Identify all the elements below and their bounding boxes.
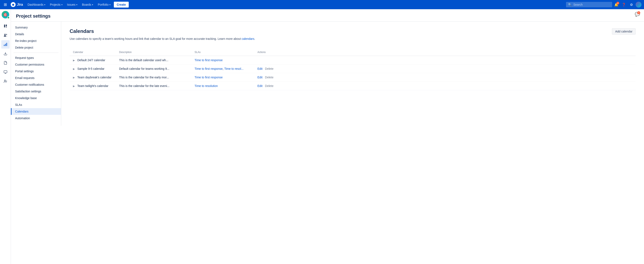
nav-icons: 🔔 4 ❓ ⚙: [613, 1, 642, 8]
cell-actions-1: [254, 56, 636, 64]
left-icon-chart[interactable]: [1, 40, 10, 49]
chat-icon-container: 💬 4: [634, 11, 641, 17]
sidebar-item-satisfaction-settings[interactable]: Satisfaction settings: [11, 88, 61, 95]
page-title: Project settings: [16, 13, 50, 19]
left-icon-people[interactable]: [1, 31, 10, 39]
cell-actions-4: Edit Delete: [254, 82, 636, 90]
sla-link-2-2[interactable]: Time to resol...: [224, 67, 244, 70]
cell-calendar-3: ▶ Team daybreak's calendar: [70, 73, 116, 82]
cell-slas-2: Time to first response, Time to resol...: [191, 64, 254, 73]
cell-actions-2: Edit Delete: [254, 64, 636, 73]
table-header: Calendar Description SLAs Actions: [70, 49, 636, 56]
table-row: ▶ Team twilight's calendar This is the c…: [70, 82, 636, 90]
cell-description-2: Default calendar for teams working 9...: [116, 64, 191, 73]
nav-projects[interactable]: Projects ▾: [48, 2, 64, 7]
cell-slas-1: Time to first response: [191, 56, 254, 64]
cell-calendar-2: ▶ Sample 9-5 calendar: [70, 64, 116, 73]
search-input[interactable]: [573, 3, 610, 6]
svg-rect-2: [6, 27, 7, 27]
sidebar-item-summary[interactable]: Summary: [11, 24, 61, 31]
sidebar-item-customer-notifications[interactable]: Customer notifications: [11, 81, 61, 88]
sla-link-2-1[interactable]: Time to first response: [194, 67, 223, 70]
edit-button-4[interactable]: Edit: [258, 84, 262, 88]
svg-rect-7: [6, 43, 7, 46]
add-calendar-button[interactable]: Add calendar: [612, 28, 636, 34]
help-button[interactable]: ❓: [620, 1, 627, 8]
sidebar-item-calendars[interactable]: Calendars: [11, 108, 61, 115]
left-icon-users-add[interactable]: [1, 77, 10, 85]
search-icon: 🔍: [568, 3, 572, 6]
sidebar-item-customer-permissions[interactable]: Customer permissions: [11, 61, 61, 68]
search-bar[interactable]: 🔍: [566, 2, 612, 7]
edit-button-2[interactable]: Edit: [258, 67, 262, 70]
create-button[interactable]: Create: [114, 2, 129, 7]
expand-icon[interactable]: ▶: [73, 76, 75, 79]
logo-text: Jira: [17, 3, 23, 6]
sla-link-4-1[interactable]: Time to resolution: [194, 84, 218, 88]
project-avatar[interactable]: 🎯: [2, 11, 9, 18]
user-avatar[interactable]: [636, 2, 642, 7]
sidebar-item-email-requests[interactable]: Email requests: [11, 75, 61, 81]
left-icon-download[interactable]: [1, 49, 10, 58]
chevron-down-icon: ▾: [92, 3, 93, 6]
left-icon-monitor[interactable]: [1, 68, 10, 76]
sidebar-item-knowledge-base[interactable]: Knowledge base: [11, 95, 61, 101]
sidebar-item-automation[interactable]: Automation: [11, 115, 61, 122]
sidebar-item-delete[interactable]: Delete project: [11, 44, 61, 51]
expand-icon[interactable]: ▶: [73, 67, 75, 70]
jira-logo[interactable]: Jira: [9, 2, 24, 7]
cell-slas-3: Time to first response: [191, 73, 254, 82]
svg-point-4: [6, 34, 7, 35]
calendars-link[interactable]: calendars: [242, 37, 254, 40]
svg-rect-9: [4, 71, 7, 73]
sidebar-section-main: Summary Details Re-index project Delete …: [11, 24, 61, 122]
col-header-calendar: Calendar: [70, 49, 116, 56]
chevron-down-icon: ▾: [62, 3, 62, 6]
cell-calendar-4: ▶ Team twilight's calendar: [70, 82, 116, 90]
content-header: Calendars Use calendars to specify a tea…: [70, 28, 636, 46]
sidebar-item-details[interactable]: Details: [11, 31, 61, 37]
left-icon-sidebar: 🎯: [0, 9, 11, 264]
notification-badge: 4: [616, 2, 619, 4]
chevron-down-icon: ▾: [76, 3, 77, 6]
sidebar-item-portal-settings[interactable]: Portal settings: [11, 68, 61, 75]
delete-button-2[interactable]: Delete: [265, 67, 273, 70]
col-header-slas: SLAs: [191, 49, 254, 56]
sla-link-1-1[interactable]: Time to first response: [194, 58, 223, 62]
cell-slas-4: Time to resolution: [191, 82, 254, 90]
grid-icon[interactable]: ⊞: [2, 1, 8, 8]
sla-link-3-1[interactable]: Time to first response: [194, 76, 223, 79]
avatar-status-badge: [7, 16, 10, 19]
table-row: ▶ Sample 9-5 calendar Default calendar f…: [70, 64, 636, 73]
col-header-actions: Actions: [254, 49, 636, 56]
sidebar-item-request-types[interactable]: Request types: [11, 54, 61, 61]
cell-calendar-1: ▶ Default 24/7 calendar: [70, 56, 116, 64]
chevron-down-icon: ▾: [44, 3, 45, 6]
chat-button[interactable]: 💬 4: [634, 11, 641, 17]
left-icon-board[interactable]: [1, 22, 10, 30]
cell-description-3: This is the calendar for the early mor..…: [116, 73, 191, 82]
expand-icon[interactable]: ▶: [73, 59, 75, 62]
edit-button-3[interactable]: Edit: [258, 76, 262, 79]
nav-boards[interactable]: Boards ▾: [80, 2, 95, 7]
expand-icon[interactable]: ▶: [73, 85, 75, 88]
svg-rect-6: [5, 44, 6, 46]
notifications-button[interactable]: 🔔 4: [613, 1, 620, 8]
svg-point-3: [4, 34, 6, 35]
settings-sidebar: Summary Details Re-index project Delete …: [11, 21, 61, 126]
settings-layout: Summary Details Re-index project Delete …: [11, 21, 644, 126]
nav-dashboards[interactable]: Dashboards ▾: [25, 2, 48, 7]
sidebar-item-slas[interactable]: SLAs: [11, 101, 61, 108]
cell-actions-3: Edit Delete: [254, 73, 636, 82]
chat-badge: 4: [637, 11, 640, 14]
delete-button-3[interactable]: Delete: [265, 76, 273, 79]
cell-description-1: This is the default calendar used wh...: [116, 56, 191, 64]
left-icon-document[interactable]: [1, 59, 10, 67]
svg-rect-0: [4, 24, 5, 27]
settings-button[interactable]: ⚙: [628, 1, 635, 8]
nav-issues[interactable]: Issues ▾: [65, 2, 80, 7]
nav-portfolio[interactable]: Portfolio ▾: [96, 2, 112, 7]
sidebar-item-reindex[interactable]: Re-index project: [11, 37, 61, 44]
delete-button-4[interactable]: Delete: [265, 84, 273, 88]
content-title-group: Calendars Use calendars to specify a tea…: [70, 28, 255, 46]
